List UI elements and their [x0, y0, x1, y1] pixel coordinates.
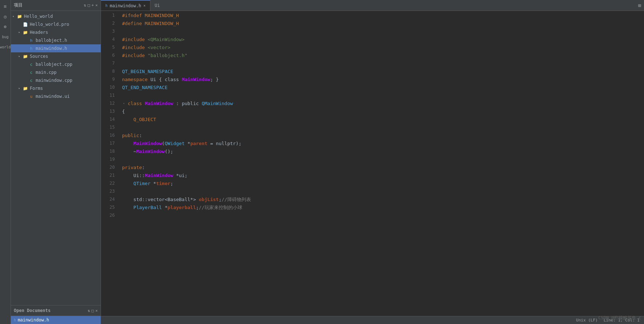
code-line-25: PlayerBall *playerball;//玩家来控制的小球: [119, 204, 644, 212]
code-line-11: [119, 92, 644, 100]
line-number-21: 21: [101, 172, 115, 180]
open-docs-sort-icon[interactable]: ⇅: [88, 308, 90, 313]
token: MAINWINDOW_H: [142, 20, 179, 28]
token: *: [150, 180, 156, 188]
tree-item-mainwindow-h[interactable]: h mainwindow.h: [11, 44, 101, 52]
tab-close-icon[interactable]: ×: [143, 4, 146, 8]
tree-label-ballobject-cpp: ballobject.cpp: [36, 62, 72, 67]
token: QT_END_NAMESPACE: [122, 84, 167, 92]
token: [145, 36, 148, 44]
code-line-14: Q_OBJECT: [119, 116, 644, 124]
open-docs-close-icon[interactable]: ×: [95, 308, 98, 313]
line-number-26: 26: [101, 212, 115, 220]
tree-item-pro[interactable]: 📄 Hello_world.pro: [11, 20, 101, 28]
tree-item-sources[interactable]: 📁 Sources: [11, 52, 101, 60]
tree-label-pro: Hello_world.pro: [30, 22, 69, 27]
open-docs-list: h mainwindow.h: [11, 316, 101, 324]
token: [122, 180, 133, 188]
open-docs-expand-icon[interactable]: □: [92, 308, 94, 313]
tab-file-icon: h: [105, 4, 108, 8]
token: #include: [122, 44, 145, 52]
line-number-23: 23: [101, 188, 115, 196]
token: [122, 140, 133, 148]
activity-bar-world[interactable]: world: [1, 42, 10, 52]
line-number-19: 19: [101, 156, 115, 164]
line-number-13: 13: [101, 108, 115, 116]
token: QTimer: [133, 180, 150, 188]
tree-label-hello-world: Hello_world: [24, 14, 53, 19]
token: QWidget: [165, 140, 185, 148]
activity-bar-files[interactable]: ≡: [1, 1, 10, 11]
add-icon[interactable]: +: [92, 3, 94, 8]
code-line-8: QT_BEGIN_NAMESPACE: [119, 68, 644, 76]
folder-icon-hello-world: 📁: [17, 13, 23, 19]
token: Ui { class: [147, 76, 182, 84]
folder-icon-headers: 📁: [23, 29, 28, 35]
tree-item-ballobject-cpp[interactable]: c ballobject.cpp: [11, 60, 101, 68]
code-line-19: [119, 156, 644, 164]
tree-label-main-cpp: main.cpp: [36, 70, 57, 75]
tree-label-sources: Sources: [30, 54, 48, 59]
code-line-6: #include "ballobject.h": [119, 52, 644, 60]
code-editor[interactable]: 1234567891011121314151617181920212223242…: [101, 11, 644, 316]
line-number-22: 22: [101, 180, 115, 188]
tree-item-headers[interactable]: 📁 Headers: [11, 28, 101, 36]
code-line-16: public:: [119, 132, 644, 140]
token: QMainWindow: [202, 100, 233, 108]
token: #ifndef: [122, 12, 142, 20]
tab-breadcrumb-ui: Ui: [155, 3, 160, 8]
tree-label-mainwindow-ui: mainwindow.ui: [36, 94, 70, 99]
file-ui-icon: u: [28, 93, 34, 99]
line-number-15: 15: [101, 124, 115, 132]
sort-icon[interactable]: ⇅: [84, 3, 86, 8]
token: objList: [199, 196, 219, 204]
code-line-15: [119, 124, 644, 132]
activity-bar: ≡ ◎ ⊕ bug world: [0, 0, 11, 324]
activity-bar-add[interactable]: ⊕: [1, 22, 10, 31]
code-line-23: [119, 188, 644, 196]
arrow-sources: [18, 55, 23, 58]
open-doc-mainwindow-h[interactable]: h mainwindow.h: [11, 316, 101, 324]
tree-item-main-cpp[interactable]: c main.cpp: [11, 68, 101, 76]
tab-mainwindow-h[interactable]: h mainwindow.h ×: [101, 0, 150, 11]
token: <QMainWindow>: [147, 36, 185, 44]
line-number-2: 2: [101, 20, 115, 28]
tree-item-forms[interactable]: 📁 Forms: [11, 84, 101, 92]
file-pro-icon: 📄: [23, 21, 28, 27]
status-bar: Unix (LF) Line: 1, Col: 1: [101, 316, 644, 324]
token: [122, 204, 133, 212]
token: timer: [156, 180, 170, 188]
token: MAINWINDOW_H: [142, 12, 179, 20]
close-sidebar-icon[interactable]: ×: [95, 3, 98, 8]
code-line-22: QTimer *timer;: [119, 180, 644, 188]
token: ;: [170, 180, 173, 188]
tree-item-hello-world[interactable]: 📁 Hello_world: [11, 12, 101, 20]
file-cpp-icon-1: c: [28, 61, 34, 67]
tree-item-mainwindow-cpp[interactable]: c mainwindow.cpp: [11, 76, 101, 84]
code-line-9: namespace Ui { class MainWindow; }: [119, 76, 644, 84]
code-line-21: Ui::MainWindow *ui;: [119, 172, 644, 180]
line-number-5: 5: [101, 44, 115, 52]
line-number-17: 17: [101, 140, 115, 148]
activity-bar-debug[interactable]: bug: [1, 32, 10, 41]
watermark: CSDN @柠檬酸菜鱼.c: [598, 315, 641, 321]
line-number-9: 9: [101, 76, 115, 84]
token: :: [142, 164, 145, 172]
token: ;: [219, 196, 222, 204]
activity-bar-search[interactable]: ◎: [1, 12, 10, 21]
token: "ballobject.h": [147, 52, 187, 60]
tree-item-ballobject-h[interactable]: h ballobject.h: [11, 36, 101, 44]
token: public: [122, 132, 139, 140]
token: MainWindow: [133, 140, 162, 148]
tree-item-mainwindow-ui[interactable]: u mainwindow.ui: [11, 92, 101, 100]
token: QT_BEGIN_NAMESPACE: [122, 68, 173, 76]
arrow-hello-world: [12, 15, 17, 18]
token: (: [162, 140, 165, 148]
expand-icon[interactable]: □: [88, 3, 90, 8]
file-h-icon-1: h: [28, 37, 34, 43]
token: : public: [173, 100, 202, 108]
token: MainWindow: [182, 76, 210, 84]
token: *: [162, 204, 168, 212]
split-editor-icon[interactable]: ⊞: [638, 3, 641, 8]
tree-label-forms: Forms: [30, 86, 43, 91]
